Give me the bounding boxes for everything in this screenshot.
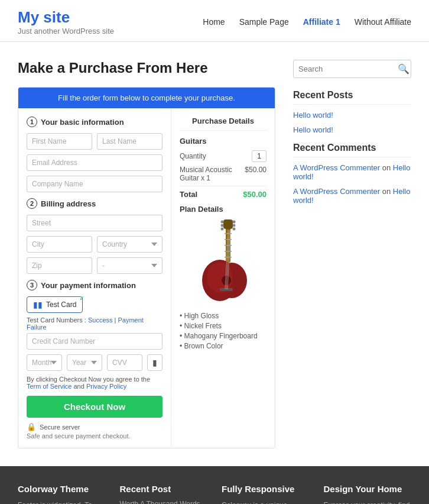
total-price: $50.00 <box>243 190 266 199</box>
search-icon: 🔍 <box>398 63 410 75</box>
item-row: Musical Acoustic Guitar x 1 $50.00 <box>180 166 266 182</box>
quantity-row: Quantity 1 <box>180 150 266 162</box>
company-row <box>27 176 162 192</box>
page-title: Make a Purchase From Here <box>18 60 275 76</box>
footer-col1: Colorway Theme Footer is widgetized. To … <box>18 484 106 504</box>
main-container: Make a Purchase From Here Fill the order… <box>0 42 429 466</box>
card-icon: ▮▮ <box>33 300 43 309</box>
svg-rect-10 <box>225 245 232 246</box>
svg-point-3 <box>220 224 223 227</box>
guitar-image <box>185 218 262 307</box>
footer-main: Colorway Theme Footer is widgetized. To … <box>0 466 429 504</box>
footer-col3-text: Colorway is a unique responsive WordPres… <box>222 500 310 504</box>
site-branding: My site Just another WordPress site <box>18 8 114 35</box>
lock-icon: 🔒 <box>27 422 36 431</box>
order-body: 1 Your basic information <box>18 108 275 448</box>
comment-2: A WordPress Commenter on Hello world! <box>293 187 411 205</box>
purchase-details-title: Purchase Details <box>180 117 266 131</box>
nav-without-affiliate[interactable]: Without Affiliate <box>355 17 411 27</box>
test-card-button[interactable]: ▮▮ Test Card ✓ <box>27 296 83 313</box>
cvv-input[interactable] <box>107 354 142 371</box>
svg-point-6 <box>232 224 235 227</box>
nav-sample-page[interactable]: Sample Page <box>239 17 289 27</box>
payment-section: ▮▮ Test Card ✓ Test Card Numbers : Succe… <box>27 296 162 440</box>
recent-post-2[interactable]: Hello world! <box>293 125 411 134</box>
total-row: Total $50.00 <box>180 186 266 199</box>
feature-4: Brown Color <box>180 342 266 350</box>
company-input[interactable] <box>27 176 162 192</box>
year-select[interactable]: Year <box>67 354 102 371</box>
total-label: Total <box>180 190 197 199</box>
order-form-left: 1 Your basic information <box>18 108 171 448</box>
nav-affiliate1[interactable]: Affiliate 1 <box>303 17 340 27</box>
credit-card-row <box>27 333 162 350</box>
svg-point-16 <box>222 276 231 285</box>
cvv-row: Month Year ▮ <box>27 354 162 371</box>
zip-input[interactable] <box>27 257 92 274</box>
street-input[interactable] <box>27 215 162 231</box>
nav-home[interactable]: Home <box>203 17 225 27</box>
section3-num: 3 <box>27 280 37 290</box>
email-row <box>27 154 162 171</box>
zip-select[interactable]: - <box>97 257 162 274</box>
zip-row: - <box>27 257 162 274</box>
features-list: High Gloss Nickel Frets Mahogany Fingerb… <box>180 312 266 350</box>
search-box: 🔍 <box>293 60 411 78</box>
country-select[interactable]: Country United States <box>97 236 162 253</box>
footer-col4-title: Design Your Home <box>324 484 412 494</box>
order-card: Fill the order form below to complete yo… <box>18 87 275 448</box>
last-name-input[interactable] <box>97 133 162 150</box>
privacy-link[interactable]: Privacy Policy <box>86 383 126 390</box>
footer-col3-title: Fully Responsive <box>222 484 310 494</box>
svg-point-5 <box>232 221 235 224</box>
quantity-value: 1 <box>252 150 266 162</box>
city-input[interactable] <box>27 236 92 253</box>
city-country-row: Country United States <box>27 236 162 253</box>
secure-label: Secure server <box>40 424 80 431</box>
header: My site Just another WordPress site Home… <box>0 0 429 42</box>
commenter-2[interactable]: A WordPress Commenter <box>293 187 380 196</box>
svg-point-2 <box>220 221 223 224</box>
check-icon: ✓ <box>79 295 84 302</box>
feature-3: Mahogany Fingerboard <box>180 332 266 340</box>
feature-2: Nickel Frets <box>180 322 266 330</box>
email-input[interactable] <box>27 154 162 171</box>
street-row <box>27 215 162 231</box>
section2-title: 2 Billing address <box>27 198 162 209</box>
footer-post-link1[interactable]: Worth A Thousand Words <box>120 500 208 504</box>
terms-text: By clicking Checkout Now you agree to th… <box>27 376 162 390</box>
credit-card-input[interactable] <box>27 333 162 350</box>
search-input[interactable] <box>298 64 398 73</box>
footer-col4-text: Express your creativity, find inspiratio… <box>324 500 412 504</box>
name-row <box>27 133 162 150</box>
recent-post-1[interactable]: Hello world! <box>293 111 411 119</box>
quantity-label: Quantity <box>180 152 206 160</box>
footer-col2-title: Recent Post <box>120 484 208 494</box>
terms-link[interactable]: Term of Service <box>27 383 72 390</box>
guitars-title: Guitars <box>180 137 266 146</box>
commenter-1[interactable]: A WordPress Commenter <box>293 163 380 172</box>
section1-title: 1 Your basic information <box>27 117 162 127</box>
first-name-input[interactable] <box>27 133 92 150</box>
plan-details-title: Plan Details <box>180 205 266 214</box>
order-form-right: Purchase Details Guitars Quantity 1 Musi… <box>171 108 275 448</box>
footer-col2: Recent Post Worth A Thousand Words Categ… <box>120 484 208 504</box>
item-price: $50.00 <box>245 166 266 182</box>
order-card-header: Fill the order form below to complete yo… <box>18 88 275 108</box>
site-tagline: Just another WordPress site <box>18 27 114 35</box>
success-link[interactable]: Success <box>88 316 113 324</box>
recent-posts-title: Recent Posts <box>293 90 411 105</box>
footer-col1-title: Colorway Theme <box>18 484 106 494</box>
content-area: Make a Purchase From Here Fill the order… <box>18 60 275 448</box>
footer-col4: Design Your Home Express your creativity… <box>324 484 412 504</box>
footer: Colorway Theme Footer is widgetized. To … <box>0 466 429 504</box>
svg-rect-1 <box>223 219 233 229</box>
secure-row: 🔒 Secure server <box>27 422 162 431</box>
sidebar: 🔍 Recent Posts Hello world! Hello world!… <box>293 60 411 448</box>
footer-col1-text: Footer is widgetized. To setup the foote… <box>18 500 106 504</box>
checkout-button[interactable]: Checkout Now <box>27 396 162 418</box>
section2-num: 2 <box>27 198 37 209</box>
section1-num: 1 <box>27 117 37 127</box>
month-select[interactable]: Month <box>27 354 62 371</box>
svg-rect-9 <box>225 239 232 240</box>
